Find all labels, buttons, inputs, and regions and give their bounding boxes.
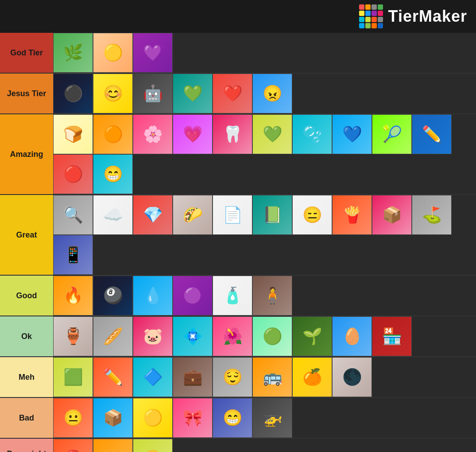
list-item[interactable]: 🐷 bbox=[133, 316, 173, 356]
list-item[interactable]: 😠 bbox=[252, 74, 292, 113]
list-item[interactable]: 📦 bbox=[93, 398, 133, 438]
list-item[interactable]: 🧴 bbox=[213, 276, 252, 316]
list-item[interactable]: 🚌 bbox=[252, 357, 292, 397]
list-item[interactable]: 😑 bbox=[292, 195, 332, 235]
list-item[interactable]: 💧 bbox=[133, 276, 173, 316]
tier-items-god: 🌿 🟡 💜 bbox=[53, 33, 476, 73]
list-item[interactable]: 💠 bbox=[173, 316, 213, 356]
list-item[interactable]: 🥚 bbox=[332, 316, 372, 356]
list-item[interactable]: 👑 bbox=[93, 439, 133, 452]
list-item[interactable]: 📦 bbox=[372, 195, 412, 235]
list-item[interactable]: 🎀 bbox=[173, 398, 213, 438]
tier-label-jesus: Jesus Tier bbox=[0, 74, 53, 113]
list-item[interactable]: 🌺 bbox=[213, 316, 252, 356]
list-item[interactable]: 😁 bbox=[213, 398, 252, 438]
tier-row-great: Great 🔍 ☁️ 💎 🌮 📄 bbox=[0, 195, 476, 276]
tier-items-jesus: ⚫ 😊 🤖 💚 ❤️ � bbox=[53, 74, 476, 113]
list-item[interactable]: ✏️ bbox=[412, 114, 452, 154]
list-item[interactable]: 📄 bbox=[213, 195, 252, 235]
tier-label-awful: Downright Awful bbox=[0, 439, 53, 452]
list-item[interactable]: 🟡 bbox=[133, 398, 173, 438]
list-item[interactable]: 🌿 bbox=[53, 33, 93, 73]
header: TierMaker bbox=[0, 0, 476, 33]
list-item[interactable]: 🔷 bbox=[133, 357, 173, 397]
logo-cell bbox=[359, 4, 364, 10]
list-item[interactable]: 😁 bbox=[93, 154, 133, 194]
logo-cell bbox=[378, 4, 383, 10]
list-item[interactable]: 🔴 bbox=[53, 439, 93, 452]
tier-items-meh: 🟩 ✏️ 🔷 💼 😌 🚌 🍊 bbox=[53, 357, 476, 397]
logo-cell bbox=[359, 11, 364, 16]
tier-label-good: Good bbox=[0, 276, 53, 316]
list-item[interactable]: 🟠 bbox=[93, 114, 133, 154]
list-item[interactable]: ⚫ bbox=[53, 74, 93, 113]
list-item[interactable]: ✏️ bbox=[93, 357, 133, 397]
list-item[interactable]: 💼 bbox=[173, 357, 213, 397]
list-item[interactable]: 💙 bbox=[332, 114, 372, 154]
logo-cell bbox=[365, 11, 371, 16]
tier-label-god: God Tier bbox=[0, 33, 53, 73]
logo: TierMaker bbox=[359, 4, 467, 28]
list-item[interactable]: 🌮 bbox=[173, 195, 213, 235]
tier-label-great: Great bbox=[0, 195, 53, 275]
list-item[interactable]: 🥖 bbox=[93, 316, 133, 356]
list-item[interactable]: 🏪 bbox=[372, 316, 412, 356]
list-item[interactable]: 🏺 bbox=[53, 316, 93, 356]
list-item[interactable]: 🔴 bbox=[53, 154, 93, 194]
list-item[interactable]: 🌱 bbox=[292, 316, 332, 356]
list-item[interactable]: 💚 bbox=[252, 114, 292, 154]
list-item[interactable]: 🔍 bbox=[53, 195, 93, 235]
tier-row-meh: Meh 🟩 ✏️ 🔷 💼 😌 🚌 bbox=[0, 357, 476, 398]
list-item[interactable]: 😄 bbox=[133, 439, 173, 452]
list-item[interactable]: ⛳ bbox=[412, 195, 452, 235]
tier-row-jesus: Jesus Tier ⚫ 😊 🤖 💚 bbox=[0, 74, 476, 114]
logo-text: TierMaker bbox=[388, 7, 467, 26]
tier-row-awful: Downright Awful 🔴 👑 😄 bbox=[0, 439, 476, 452]
logo-cell bbox=[365, 4, 371, 10]
list-item[interactable]: 🍞 bbox=[53, 114, 93, 154]
list-item[interactable]: 🟣 bbox=[173, 276, 213, 316]
logo-cell bbox=[378, 11, 383, 16]
tier-items-good: 🔥 🎱 💧 🟣 🧴 🧍 bbox=[53, 276, 476, 316]
logo-cell bbox=[372, 11, 377, 16]
logo-cell bbox=[378, 23, 383, 28]
tier-row-amazing: Amazing 🍞 🟠 🌸 💗 🦷 bbox=[0, 114, 476, 195]
logo-cell bbox=[372, 4, 377, 10]
tier-label-ok: Ok bbox=[0, 316, 53, 356]
list-item[interactable]: 💎 bbox=[133, 195, 173, 235]
tier-row-good: Good 🔥 🎱 💧 🟣 🧴 🧍 bbox=[0, 276, 476, 316]
logo-cell bbox=[372, 23, 377, 28]
list-item[interactable]: 😐 bbox=[53, 398, 93, 438]
list-item[interactable]: 😌 bbox=[213, 357, 252, 397]
list-item[interactable]: 🎱 bbox=[93, 276, 133, 316]
list-item[interactable]: 🔥 bbox=[53, 276, 93, 316]
list-item[interactable]: 📗 bbox=[252, 195, 292, 235]
list-item[interactable]: 🤖 bbox=[133, 74, 173, 113]
list-item[interactable]: 🧍 bbox=[252, 276, 292, 316]
list-item[interactable]: ❤️ bbox=[213, 74, 252, 113]
list-item[interactable]: 📱 bbox=[53, 235, 93, 275]
list-item[interactable]: 🍊 bbox=[292, 357, 332, 397]
tier-label-meh: Meh bbox=[0, 357, 53, 397]
list-item[interactable]: 💚 bbox=[173, 74, 213, 113]
tier-row-bad: Bad 😐 📦 🟡 🎀 😁 🚁 bbox=[0, 398, 476, 439]
list-item[interactable]: 🎾 bbox=[372, 114, 412, 154]
list-item[interactable]: 🍟 bbox=[332, 195, 372, 235]
list-item[interactable]: 🫧 bbox=[292, 114, 332, 154]
list-item[interactable]: 💜 bbox=[133, 33, 173, 73]
logo-cell bbox=[359, 23, 364, 28]
tier-label-bad: Bad bbox=[0, 398, 53, 438]
list-item[interactable]: 🟩 bbox=[53, 357, 93, 397]
list-item[interactable]: 🌸 bbox=[133, 114, 173, 154]
tier-items-awful: 🔴 👑 😄 bbox=[53, 439, 476, 452]
page-container: TierMaker God Tier 🌿 🟡 💜 bbox=[0, 0, 476, 452]
list-item[interactable]: 🟡 bbox=[93, 33, 133, 73]
list-item[interactable]: 🟢 bbox=[252, 316, 292, 356]
list-item[interactable]: 💗 bbox=[173, 114, 213, 154]
logo-cell bbox=[365, 17, 371, 22]
list-item[interactable]: 🚁 bbox=[252, 398, 292, 438]
list-item[interactable]: 🌑 bbox=[332, 357, 372, 397]
list-item[interactable]: 🦷 bbox=[213, 114, 252, 154]
list-item[interactable]: 😊 bbox=[93, 74, 133, 113]
list-item[interactable]: ☁️ bbox=[93, 195, 133, 235]
